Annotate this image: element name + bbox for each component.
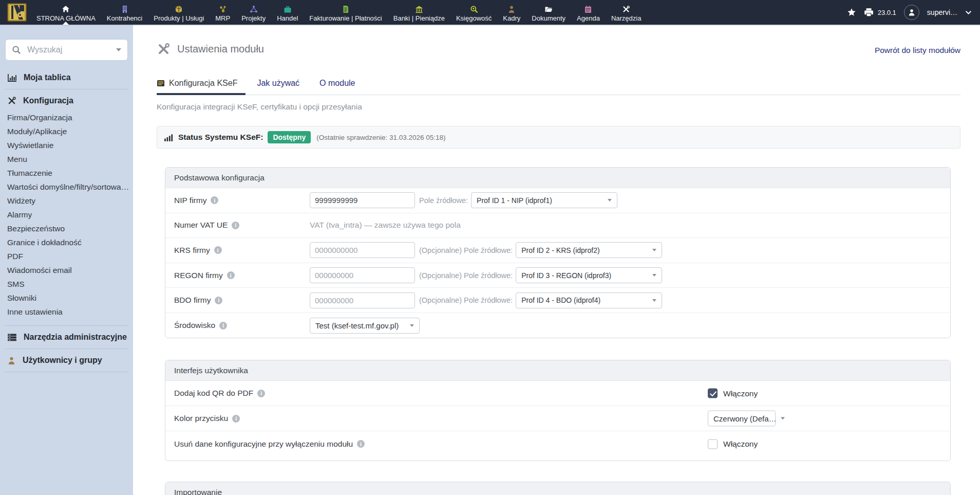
module-settings-tools-icon	[157, 42, 171, 56]
sidebar-item-wiadomosci-email[interactable]: Wiadomości email	[0, 263, 133, 277]
info-icon[interactable]	[219, 322, 227, 329]
tab-konfiguracja-ksef[interactable]: Konfiguracja KSeF	[157, 79, 246, 95]
form-row-vat-ue: Numer VAT UE VAT (tva_intra) — zawsze uż…	[165, 213, 950, 239]
sidebar-item-inne-ustawienia[interactable]: Inne ustawienia	[0, 305, 133, 319]
purge-enabled-checkbox[interactable]	[708, 439, 718, 449]
info-icon[interactable]	[227, 271, 235, 279]
sidebar-search[interactable]	[5, 39, 128, 61]
sidebar-section-label: Narzędzia administracyjne	[24, 333, 127, 342]
page-subtitle: Konfiguracja integracji KSeF, certyfikat…	[157, 102, 362, 112]
favorites-star-icon[interactable]	[847, 8, 856, 17]
form-row-purge-config: Usuń dane konfiguracyjne przy wyłączeniu…	[165, 431, 950, 456]
nav-item-dokumenty[interactable]: Dokumenty	[526, 0, 571, 25]
nav-item-kadry[interactable]: Kadry	[497, 0, 526, 25]
nav-item-produkty-uslugi[interactable]: Produkty | Usługi	[148, 0, 210, 25]
invoice-icon	[342, 5, 350, 13]
search-dropdown-caret-icon[interactable]	[116, 48, 121, 51]
sidebar-section-label: Użytkownicy i grupy	[23, 356, 102, 365]
sidebar-item-sms[interactable]: SMS	[0, 277, 133, 291]
bdo-input[interactable]	[310, 292, 415, 308]
sidebar-item-moja-tablica[interactable]: Moja tablica	[0, 73, 133, 82]
sidebar-item-pdf[interactable]: PDF	[0, 249, 133, 263]
status-badge: Dostępny	[268, 131, 311, 143]
main-menu: STRONA GŁÓWNA Kontrahenci Produkty | Usł…	[31, 0, 647, 25]
nav-item-ksiegowosc[interactable]: Księgowość	[450, 0, 497, 25]
info-icon[interactable]	[211, 196, 218, 204]
print-icon[interactable]	[864, 8, 874, 17]
sidebar-item-label: Moja tablica	[24, 73, 71, 82]
field-label: Numer VAT UE	[174, 221, 228, 230]
sidebar-divider	[5, 372, 128, 372]
user-menu-chevron-icon[interactable]	[965, 10, 972, 15]
nav-item-agenda[interactable]: Agenda	[571, 0, 606, 25]
source-field-label: Pole źródłowe:	[419, 196, 468, 205]
sidebar-item-firma-organizacja[interactable]: Firma/Organizacja	[0, 111, 133, 124]
sidebar-section-konfiguracja[interactable]: Konfiguracja	[0, 96, 133, 105]
bdo-source-select[interactable]: Prof ID 4 - BDO (idprof4)	[516, 292, 662, 308]
card-title: Podstawowa konfiguracja	[165, 168, 950, 188]
home-icon	[62, 5, 70, 13]
info-icon[interactable]	[232, 415, 240, 423]
field-label: BDO firmy	[174, 296, 211, 305]
sidebar-item-wyswietlanie[interactable]: Wyświetlanie	[0, 138, 133, 152]
nav-item-label: Kontrahenci	[107, 15, 142, 22]
sidebar-item-bezpieczenstwo[interactable]: Bezpieczeństwo	[0, 222, 133, 235]
sidebar-section-narzedzia-administracyjne[interactable]: Narzędzia administracyjne	[0, 333, 133, 342]
field-label: Kolor przycisku	[174, 414, 228, 423]
version-label: 23.0.1	[878, 9, 896, 16]
regon-input[interactable]	[310, 267, 415, 283]
sidebar: Moja tablica Konfiguracja Firma/Organiza…	[0, 25, 133, 495]
environment-select[interactable]: Test (ksef-test.mf.gov.pl)	[310, 318, 420, 334]
chevron-down-icon	[652, 249, 656, 251]
checkbox-label: Włączony	[723, 439, 758, 449]
nav-item-strona-glowna[interactable]: STRONA GŁÓWNA	[31, 0, 101, 25]
sidebar-item-moduly-aplikacje[interactable]: Moduły/Aplikacje	[0, 124, 133, 138]
nav-item-mrp[interactable]: MRP	[210, 0, 236, 25]
krs-input[interactable]	[310, 242, 415, 258]
bank-icon	[415, 5, 423, 13]
sidebar-item-menu[interactable]: Menu	[0, 152, 133, 166]
info-icon[interactable]	[215, 297, 222, 304]
chevron-down-icon	[652, 299, 656, 302]
back-to-modules-link[interactable]: Powrót do listy modułów	[875, 46, 960, 55]
sidebar-item-slowniki[interactable]: Słowniki	[0, 291, 133, 305]
info-icon[interactable]	[357, 440, 365, 448]
sidebar-item-wartosci-domyslne[interactable]: Wartości domyślne/filtry/sortowa…	[0, 180, 133, 194]
search-input[interactable]	[26, 45, 111, 55]
info-icon[interactable]	[214, 246, 222, 254]
nav-item-projekty[interactable]: Projekty	[236, 0, 271, 25]
nip-input[interactable]	[310, 192, 415, 208]
tab-jak-uzywac[interactable]: Jak używać	[257, 79, 299, 95]
field-label: Dodaj kod QR do PDF	[174, 389, 253, 398]
folder-icon	[544, 5, 553, 13]
username-label[interactable]: supervi…	[927, 8, 957, 16]
info-icon[interactable]	[232, 222, 239, 229]
sidebar-item-tlumaczenie[interactable]: Tłumaczenie	[0, 166, 133, 180]
sidebar-section-uzytkownicy-grupy[interactable]: Użytkownicy i grupy	[0, 356, 133, 365]
field-label: REGON firmy	[174, 271, 223, 280]
basic-config-card: Podstawowa konfiguracja NIP firmy Pole ź…	[165, 167, 951, 338]
nav-item-narzedzia[interactable]: Narzędzia	[606, 0, 647, 25]
sidebar-item-alarmy[interactable]: Alarmy	[0, 208, 133, 222]
nav-item-handel[interactable]: Handel	[271, 0, 304, 25]
tab-label: Konfiguracja KSeF	[169, 79, 237, 88]
qr-enabled-checkbox[interactable]	[708, 389, 718, 398]
form-row-nip: NIP firmy Pole źródłowe: Prof ID 1 - NIP…	[165, 188, 950, 213]
tab-o-module[interactable]: O module	[319, 79, 355, 95]
krs-source-select[interactable]: Prof ID 2 - KRS (idprof2)	[516, 242, 662, 258]
nav-item-banki-pieniadze[interactable]: Banki | Pieniądze	[388, 0, 450, 25]
nip-source-select[interactable]: Prof ID 1 - NIP (idprof1)	[471, 192, 617, 208]
tools-icon	[7, 96, 16, 105]
field-label: KRS firmy	[174, 246, 210, 255]
user-avatar[interactable]	[904, 5, 919, 20]
info-icon[interactable]	[257, 390, 265, 397]
sidebar-item-granice-dokladnosc[interactable]: Granice i dokładność	[0, 235, 133, 249]
nav-item-label: Handel	[277, 15, 298, 22]
app-logo[interactable]	[7, 3, 27, 22]
nav-item-fakturowanie-platnosci[interactable]: Fakturowanie | Płatności	[304, 0, 387, 25]
button-color-select[interactable]: Czerwony (Defa…	[708, 411, 776, 427]
nav-item-kontrahenci[interactable]: Kontrahenci	[101, 0, 148, 25]
regon-source-select[interactable]: Prof ID 3 - REGON (idprof3)	[516, 267, 662, 283]
status-label: Status Systemu KSeF:	[178, 133, 263, 142]
sidebar-item-widzety[interactable]: Widżety	[0, 194, 133, 208]
